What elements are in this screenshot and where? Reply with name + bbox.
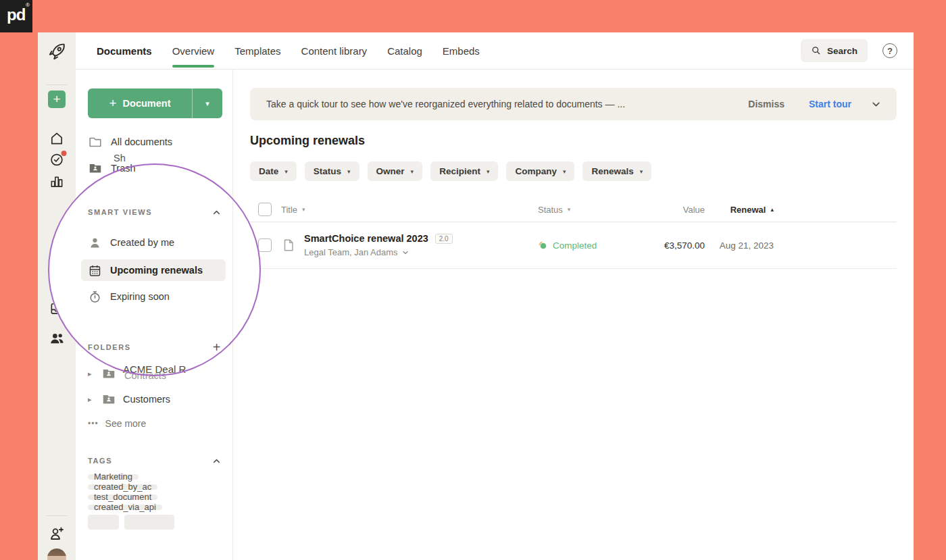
- create-document-label: Document: [123, 98, 171, 109]
- see-more-folders[interactable]: ••• See more: [88, 415, 222, 432]
- registered-mark: ®: [26, 2, 30, 8]
- tag-partial[interactable]: [88, 515, 119, 530]
- tag-created-by-ac[interactable]: created_by_ac: [88, 484, 157, 490]
- chevron-down-icon: [870, 99, 882, 110]
- select-all-checkbox[interactable]: [258, 203, 272, 216]
- filter-status[interactable]: Status ▾: [305, 161, 359, 181]
- caret-down-icon: ▾: [568, 206, 571, 213]
- tag-partial[interactable]: [124, 515, 174, 530]
- shared-folder-icon: [101, 366, 116, 381]
- tab-content-library[interactable]: Content library: [301, 32, 368, 70]
- caret-down-icon: ▾: [411, 168, 414, 175]
- sidebar-item-all-documents[interactable]: All documents: [88, 133, 222, 151]
- rail-divider: [46, 84, 68, 85]
- caret-down-icon: ▾: [563, 168, 566, 175]
- filter-company[interactable]: Company ▾: [506, 161, 574, 181]
- column-status[interactable]: Status ▾: [538, 205, 570, 215]
- add-teammate-icon[interactable]: [49, 526, 65, 542]
- tasks-icon[interactable]: [49, 152, 65, 170]
- document-owners[interactable]: Legal Team, Jan Adams: [304, 247, 453, 257]
- chevron-right-icon[interactable]: ▸: [88, 370, 95, 378]
- tags-list: Marketing created_by_ac test_document cr…: [88, 474, 222, 530]
- chevron-up-icon[interactable]: [211, 456, 222, 466]
- user-avatar[interactable]: [47, 549, 66, 560]
- column-value[interactable]: Value: [644, 205, 705, 215]
- create-document-split-button: + Document ▾: [88, 88, 222, 118]
- caret-down-icon: ▾: [302, 206, 305, 213]
- sidebar-item-trash[interactable]: Sh Trash: [88, 159, 222, 177]
- folder-icon: [88, 134, 103, 149]
- contacts-icon[interactable]: [49, 330, 66, 347]
- main-content: Take a quick tour to see how we've reorg…: [233, 70, 914, 560]
- folders-header: FOLDERS +: [88, 342, 222, 353]
- chevron-down-icon: [401, 249, 409, 257]
- filter-bar: Date ▾ Status ▾ Owner ▾ Recipient ▾ Comp…: [250, 161, 897, 181]
- smart-views-header: SMART VIEWS: [88, 207, 222, 218]
- search-label: Search: [827, 46, 857, 56]
- app-frame: +: [38, 32, 914, 560]
- tab-catalog[interactable]: Catalog: [387, 32, 422, 70]
- smart-view-expiring-soon[interactable]: Expiring soon: [88, 288, 222, 305]
- tour-banner: Take a quick tour to see how we've reorg…: [250, 88, 897, 120]
- filter-owner[interactable]: Owner ▾: [368, 161, 423, 181]
- filter-date[interactable]: Date ▾: [250, 161, 297, 181]
- chevron-up-icon[interactable]: [211, 207, 222, 218]
- help-icon[interactable]: ?: [882, 43, 897, 58]
- caret-down-icon: ▾: [205, 99, 209, 108]
- column-renewal[interactable]: Renewal ▴: [713, 205, 774, 215]
- all-documents-label: All documents: [111, 136, 172, 147]
- rail-divider-bottom: [46, 515, 68, 516]
- tag-test-document[interactable]: test_document: [88, 494, 157, 500]
- notification-dot: [61, 151, 67, 156]
- folder-item-customers[interactable]: ▸ Customers: [88, 389, 222, 409]
- smart-view-created-by-me[interactable]: Created by me: [88, 234, 222, 251]
- search-icon: [811, 45, 822, 56]
- plus-icon: +: [109, 96, 116, 111]
- pandadoc-window: pd ® +: [0, 0, 946, 560]
- documents-table: Title ▾ Status ▾ Value: [250, 197, 897, 269]
- tab-templates[interactable]: Templates: [234, 32, 280, 70]
- smart-views-list: Created by me Upcoming renewals: [88, 234, 222, 305]
- tour-banner-text: Take a quick tour to see how we've reorg…: [266, 99, 732, 109]
- search-button[interactable]: Search: [801, 39, 868, 62]
- start-tour-button[interactable]: Start tour: [809, 99, 851, 109]
- status-dot-icon: [538, 240, 548, 251]
- ellipsis-icon: •••: [88, 419, 99, 428]
- rocket-icon[interactable]: [47, 42, 67, 62]
- caret-down-icon: ▾: [640, 168, 643, 175]
- document-title[interactable]: SmartChoice renewal 2023: [304, 233, 428, 244]
- shared-folder-icon: [88, 161, 103, 176]
- table-row[interactable]: SmartChoice renewal 2023 2.0 Legal Team,…: [250, 222, 897, 269]
- status-label: Completed: [553, 240, 597, 251]
- smart-view-upcoming-renewals[interactable]: Upcoming renewals: [81, 259, 226, 281]
- home-icon[interactable]: [49, 131, 65, 147]
- top-navigation: Documents Overview Templates Content lib…: [76, 32, 914, 70]
- quick-create-button[interactable]: +: [48, 91, 66, 108]
- document-value: €3,570.00: [644, 240, 705, 251]
- tag-marketing[interactable]: Marketing: [88, 474, 139, 480]
- collapse-banner-button[interactable]: [870, 99, 882, 110]
- caret-up-icon: ▴: [770, 206, 774, 213]
- create-document-button[interactable]: + Document: [88, 88, 192, 118]
- table-header: Title ▾ Status ▾ Value: [250, 197, 897, 222]
- tab-overview[interactable]: Overview: [172, 32, 215, 70]
- folder-customers-label: Customers: [123, 394, 170, 405]
- document-icon: [281, 236, 296, 254]
- folder-item-acme[interactable]: ▸ ACME Deal R Contracts: [88, 363, 222, 384]
- create-document-dropdown[interactable]: ▾: [192, 88, 222, 118]
- add-folder-button[interactable]: +: [213, 342, 222, 352]
- filter-recipient[interactable]: Recipient ▾: [430, 161, 498, 181]
- row-checkbox[interactable]: [258, 238, 272, 252]
- sidebar-nav-list: All documents Sh Trash: [88, 133, 222, 177]
- tab-documents[interactable]: Documents: [97, 32, 152, 70]
- reports-icon[interactable]: [49, 174, 65, 189]
- tag-created-via-api[interactable]: created_via_api: [88, 505, 162, 510]
- person-icon: [88, 236, 102, 250]
- filter-renewals[interactable]: Renewals ▾: [582, 161, 651, 181]
- page-title: Upcoming renewals: [250, 134, 897, 148]
- tab-embeds[interactable]: Embeds: [443, 32, 480, 70]
- dismiss-button[interactable]: Dismiss: [748, 99, 785, 109]
- renewal-date: Aug 21, 2023: [713, 240, 774, 251]
- column-title[interactable]: Title ▾: [281, 205, 305, 215]
- chevron-right-icon[interactable]: ▸: [88, 395, 95, 404]
